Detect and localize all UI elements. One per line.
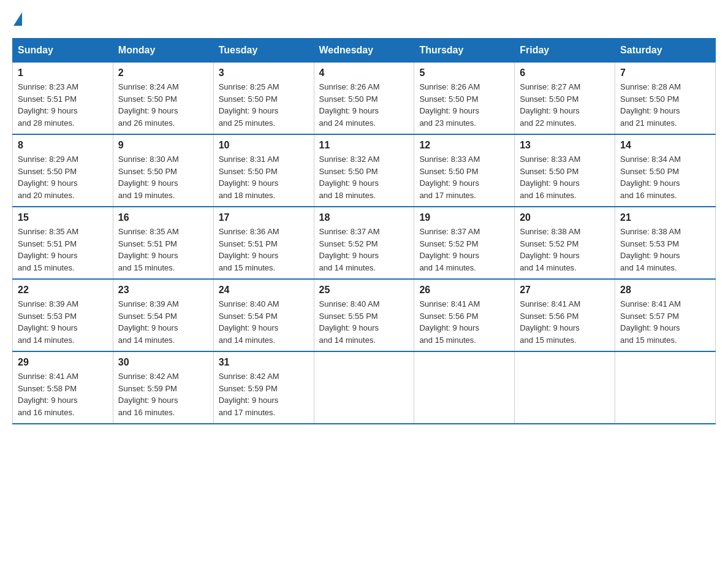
calendar-cell: 12Sunrise: 8:33 AMSunset: 5:50 PMDayligh… — [414, 134, 515, 207]
calendar-cell: 27Sunrise: 8:41 AMSunset: 5:56 PMDayligh… — [515, 279, 615, 351]
day-info: Sunrise: 8:26 AMSunset: 5:50 PMDaylight:… — [419, 81, 509, 129]
day-info: Sunrise: 8:41 AMSunset: 5:56 PMDaylight:… — [419, 298, 509, 346]
calendar-cell: 4Sunrise: 8:26 AMSunset: 5:50 PMDaylight… — [314, 63, 414, 135]
day-number: 27 — [520, 285, 610, 296]
header-tuesday: Tuesday — [213, 39, 314, 63]
day-info: Sunrise: 8:23 AMSunset: 5:51 PMDaylight:… — [18, 81, 108, 129]
calendar-cell: 8Sunrise: 8:29 AMSunset: 5:50 PMDaylight… — [13, 134, 113, 207]
day-info: Sunrise: 8:39 AMSunset: 5:53 PMDaylight:… — [18, 298, 108, 346]
day-number: 14 — [620, 140, 710, 151]
day-number: 2 — [118, 67, 208, 79]
day-number: 9 — [118, 140, 208, 151]
day-number: 20 — [520, 212, 610, 223]
header-sunday: Sunday — [13, 39, 113, 63]
calendar-cell: 6Sunrise: 8:27 AMSunset: 5:50 PMDaylight… — [515, 63, 615, 135]
header-thursday: Thursday — [414, 39, 515, 63]
calendar-cell: 14Sunrise: 8:34 AMSunset: 5:50 PMDayligh… — [615, 134, 716, 207]
day-number: 21 — [620, 212, 710, 223]
day-info: Sunrise: 8:28 AMSunset: 5:50 PMDaylight:… — [620, 81, 710, 129]
calendar-cell: 23Sunrise: 8:39 AMSunset: 5:54 PMDayligh… — [113, 279, 213, 351]
logo-triangle-icon — [13, 12, 22, 26]
day-info: Sunrise: 8:38 AMSunset: 5:53 PMDaylight:… — [620, 226, 710, 274]
calendar-cell: 9Sunrise: 8:30 AMSunset: 5:50 PMDaylight… — [113, 134, 213, 207]
calendar-header-row: SundayMondayTuesdayWednesdayThursdayFrid… — [13, 39, 716, 63]
calendar-cell: 19Sunrise: 8:37 AMSunset: 5:52 PMDayligh… — [414, 207, 515, 279]
logo — [12, 12, 22, 27]
calendar-cell: 11Sunrise: 8:32 AMSunset: 5:50 PMDayligh… — [314, 134, 414, 207]
day-info: Sunrise: 8:35 AMSunset: 5:51 PMDaylight:… — [18, 226, 108, 274]
calendar-table: SundayMondayTuesdayWednesdayThursdayFrid… — [12, 38, 716, 424]
day-number: 11 — [319, 140, 409, 151]
day-number: 1 — [18, 67, 108, 79]
day-info: Sunrise: 8:32 AMSunset: 5:50 PMDaylight:… — [319, 153, 409, 201]
page-header — [12, 12, 716, 27]
calendar-week-2: 8Sunrise: 8:29 AMSunset: 5:50 PMDaylight… — [13, 134, 716, 207]
calendar-week-3: 15Sunrise: 8:35 AMSunset: 5:51 PMDayligh… — [13, 207, 716, 279]
calendar-week-4: 22Sunrise: 8:39 AMSunset: 5:53 PMDayligh… — [13, 279, 716, 351]
calendar-cell: 1Sunrise: 8:23 AMSunset: 5:51 PMDaylight… — [13, 63, 113, 135]
day-number: 28 — [620, 285, 710, 296]
calendar-cell: 29Sunrise: 8:41 AMSunset: 5:58 PMDayligh… — [13, 351, 113, 424]
day-info: Sunrise: 8:39 AMSunset: 5:54 PMDaylight:… — [118, 298, 208, 346]
calendar-cell: 10Sunrise: 8:31 AMSunset: 5:50 PMDayligh… — [213, 134, 314, 207]
day-info: Sunrise: 8:31 AMSunset: 5:50 PMDaylight:… — [219, 153, 309, 201]
calendar-cell: 30Sunrise: 8:42 AMSunset: 5:59 PMDayligh… — [113, 351, 213, 424]
day-info: Sunrise: 8:41 AMSunset: 5:56 PMDaylight:… — [520, 298, 610, 346]
calendar-cell: 3Sunrise: 8:25 AMSunset: 5:50 PMDaylight… — [213, 63, 314, 135]
day-number: 17 — [219, 212, 309, 223]
calendar-cell: 17Sunrise: 8:36 AMSunset: 5:51 PMDayligh… — [213, 207, 314, 279]
day-info: Sunrise: 8:27 AMSunset: 5:50 PMDaylight:… — [520, 81, 610, 129]
calendar-cell: 7Sunrise: 8:28 AMSunset: 5:50 PMDaylight… — [615, 63, 716, 135]
day-info: Sunrise: 8:33 AMSunset: 5:50 PMDaylight:… — [419, 153, 509, 201]
calendar-cell — [615, 351, 716, 424]
day-number: 13 — [520, 140, 610, 151]
day-number: 16 — [118, 212, 208, 223]
calendar-cell: 15Sunrise: 8:35 AMSunset: 5:51 PMDayligh… — [13, 207, 113, 279]
calendar-cell: 18Sunrise: 8:37 AMSunset: 5:52 PMDayligh… — [314, 207, 414, 279]
header-monday: Monday — [113, 39, 213, 63]
day-info: Sunrise: 8:30 AMSunset: 5:50 PMDaylight:… — [118, 153, 208, 201]
calendar-cell: 2Sunrise: 8:24 AMSunset: 5:50 PMDaylight… — [113, 63, 213, 135]
day-info: Sunrise: 8:37 AMSunset: 5:52 PMDaylight:… — [419, 226, 509, 274]
calendar-cell — [314, 351, 414, 424]
day-info: Sunrise: 8:38 AMSunset: 5:52 PMDaylight:… — [520, 226, 610, 274]
day-info: Sunrise: 8:33 AMSunset: 5:50 PMDaylight:… — [520, 153, 610, 201]
calendar-week-5: 29Sunrise: 8:41 AMSunset: 5:58 PMDayligh… — [13, 351, 716, 424]
day-number: 31 — [219, 357, 309, 368]
day-number: 4 — [319, 67, 409, 79]
day-info: Sunrise: 8:25 AMSunset: 5:50 PMDaylight:… — [219, 81, 309, 129]
day-info: Sunrise: 8:24 AMSunset: 5:50 PMDaylight:… — [118, 81, 208, 129]
day-number: 19 — [419, 212, 509, 223]
day-number: 23 — [118, 285, 208, 296]
day-number: 30 — [118, 357, 208, 368]
day-number: 10 — [219, 140, 309, 151]
logo-general — [12, 12, 22, 27]
day-number: 29 — [18, 357, 108, 368]
day-number: 15 — [18, 212, 108, 223]
day-info: Sunrise: 8:40 AMSunset: 5:55 PMDaylight:… — [319, 298, 409, 346]
day-number: 25 — [319, 285, 409, 296]
calendar-cell: 26Sunrise: 8:41 AMSunset: 5:56 PMDayligh… — [414, 279, 515, 351]
day-info: Sunrise: 8:35 AMSunset: 5:51 PMDaylight:… — [118, 226, 208, 274]
calendar-cell: 21Sunrise: 8:38 AMSunset: 5:53 PMDayligh… — [615, 207, 716, 279]
header-friday: Friday — [515, 39, 615, 63]
calendar-cell: 31Sunrise: 8:42 AMSunset: 5:59 PMDayligh… — [213, 351, 314, 424]
day-info: Sunrise: 8:41 AMSunset: 5:57 PMDaylight:… — [620, 298, 710, 346]
day-info: Sunrise: 8:42 AMSunset: 5:59 PMDaylight:… — [118, 370, 208, 418]
day-number: 26 — [419, 285, 509, 296]
day-number: 6 — [520, 67, 610, 79]
day-number: 12 — [419, 140, 509, 151]
day-info: Sunrise: 8:26 AMSunset: 5:50 PMDaylight:… — [319, 81, 409, 129]
calendar-cell: 16Sunrise: 8:35 AMSunset: 5:51 PMDayligh… — [113, 207, 213, 279]
calendar-cell: 28Sunrise: 8:41 AMSunset: 5:57 PMDayligh… — [615, 279, 716, 351]
day-info: Sunrise: 8:41 AMSunset: 5:58 PMDaylight:… — [18, 370, 108, 418]
header-saturday: Saturday — [615, 39, 716, 63]
day-info: Sunrise: 8:42 AMSunset: 5:59 PMDaylight:… — [219, 370, 309, 418]
day-info: Sunrise: 8:37 AMSunset: 5:52 PMDaylight:… — [319, 226, 409, 274]
day-number: 22 — [18, 285, 108, 296]
calendar-cell: 22Sunrise: 8:39 AMSunset: 5:53 PMDayligh… — [13, 279, 113, 351]
calendar-cell: 25Sunrise: 8:40 AMSunset: 5:55 PMDayligh… — [314, 279, 414, 351]
day-info: Sunrise: 8:36 AMSunset: 5:51 PMDaylight:… — [219, 226, 309, 274]
day-number: 18 — [319, 212, 409, 223]
day-info: Sunrise: 8:29 AMSunset: 5:50 PMDaylight:… — [18, 153, 108, 201]
